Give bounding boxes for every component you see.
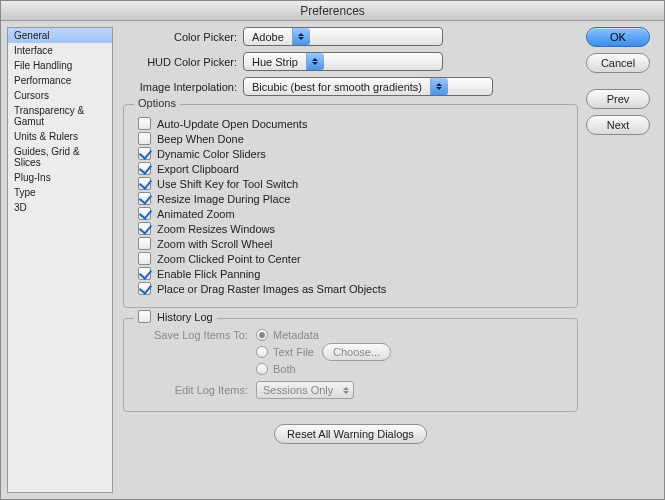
hud-picker-label: HUD Color Picker: bbox=[123, 56, 237, 68]
sidebar-item-plug-ins[interactable]: Plug-Ins bbox=[8, 170, 112, 185]
options-group: Options Auto-Update Open DocumentsBeep W… bbox=[123, 104, 578, 308]
edit-log-select[interactable]: Sessions Only bbox=[256, 381, 354, 399]
checkbox-label: Zoom Clicked Point to Center bbox=[157, 253, 301, 265]
history-log-legend: History Log bbox=[157, 311, 213, 323]
checkbox-animated-zoom[interactable] bbox=[138, 207, 151, 220]
hud-picker-value: Hue Strip bbox=[244, 56, 306, 68]
checkbox-label: Dynamic Color Sliders bbox=[157, 148, 266, 160]
interp-select[interactable]: Bicubic (best for smooth gradients) bbox=[243, 77, 493, 96]
dropdown-caret-icon bbox=[339, 387, 353, 394]
category-sidebar: GeneralInterfaceFile HandlingPerformance… bbox=[7, 27, 113, 493]
radio-both-label: Both bbox=[273, 363, 296, 375]
radio-both[interactable] bbox=[256, 363, 268, 375]
dropdown-caret-icon bbox=[292, 28, 310, 45]
ok-button[interactable]: OK bbox=[586, 27, 650, 47]
window-title: Preferences bbox=[1, 1, 664, 21]
checkbox-dynamic-color-sliders[interactable] bbox=[138, 147, 151, 160]
hud-picker-select[interactable]: Hue Strip bbox=[243, 52, 443, 71]
edit-log-value: Sessions Only bbox=[257, 384, 339, 396]
interp-label: Image Interpolation: bbox=[123, 81, 237, 93]
sidebar-item-guides-grid-slices[interactable]: Guides, Grid & Slices bbox=[8, 144, 112, 170]
sidebar-item-transparency-gamut[interactable]: Transparency & Gamut bbox=[8, 103, 112, 129]
sidebar-item-performance[interactable]: Performance bbox=[8, 73, 112, 88]
cancel-button[interactable]: Cancel bbox=[586, 53, 650, 73]
prev-button[interactable]: Prev bbox=[586, 89, 650, 109]
dropdown-caret-icon bbox=[306, 53, 324, 70]
color-picker-value: Adobe bbox=[244, 31, 292, 43]
history-log-group: History Log Save Log Items To: Metadata … bbox=[123, 318, 578, 412]
reset-warnings-button[interactable]: Reset All Warning Dialogs bbox=[274, 424, 427, 444]
checkbox-label: Enable Flick Panning bbox=[157, 268, 260, 280]
dialog-buttons: OK Cancel Prev Next bbox=[586, 21, 664, 499]
checkbox-use-shift-key-for-tool-switch[interactable] bbox=[138, 177, 151, 190]
sidebar-item-general[interactable]: General bbox=[8, 28, 112, 43]
checkbox-label: Export Clipboard bbox=[157, 163, 239, 175]
next-button[interactable]: Next bbox=[586, 115, 650, 135]
sidebar-item-cursors[interactable]: Cursors bbox=[8, 88, 112, 103]
checkbox-label: Zoom Resizes Windows bbox=[157, 223, 275, 235]
dropdown-caret-icon bbox=[430, 78, 448, 95]
checkbox-label: Use Shift Key for Tool Switch bbox=[157, 178, 298, 190]
save-log-label: Save Log Items To: bbox=[138, 329, 248, 341]
checkbox-zoom-clicked-point-to-center[interactable] bbox=[138, 252, 151, 265]
history-log-checkbox[interactable] bbox=[138, 310, 151, 323]
checkbox-beep-when-done[interactable] bbox=[138, 132, 151, 145]
edit-log-label: Edit Log Items: bbox=[138, 384, 248, 396]
checkbox-label: Beep When Done bbox=[157, 133, 244, 145]
radio-textfile-label: Text File bbox=[273, 346, 314, 358]
radio-metadata-label: Metadata bbox=[273, 329, 319, 341]
checkbox-label: Animated Zoom bbox=[157, 208, 235, 220]
choose-button[interactable]: Choose... bbox=[322, 343, 391, 361]
checkbox-label: Place or Drag Raster Images as Smart Obj… bbox=[157, 283, 386, 295]
sidebar-item-type[interactable]: Type bbox=[8, 185, 112, 200]
checkbox-zoom-resizes-windows[interactable] bbox=[138, 222, 151, 235]
checkbox-auto-update-open-documents[interactable] bbox=[138, 117, 151, 130]
interp-value: Bicubic (best for smooth gradients) bbox=[244, 81, 430, 93]
sidebar-item-interface[interactable]: Interface bbox=[8, 43, 112, 58]
radio-metadata[interactable] bbox=[256, 329, 268, 341]
sidebar-item-3d[interactable]: 3D bbox=[8, 200, 112, 215]
main-panel: Color Picker: Adobe HUD Color Picker: Hu… bbox=[113, 21, 586, 499]
color-picker-select[interactable]: Adobe bbox=[243, 27, 443, 46]
checkbox-export-clipboard[interactable] bbox=[138, 162, 151, 175]
sidebar-item-file-handling[interactable]: File Handling bbox=[8, 58, 112, 73]
radio-textfile[interactable] bbox=[256, 346, 268, 358]
checkbox-enable-flick-panning[interactable] bbox=[138, 267, 151, 280]
sidebar-item-units-rulers[interactable]: Units & Rulers bbox=[8, 129, 112, 144]
checkbox-place-or-drag-raster-images-as-smart-objects[interactable] bbox=[138, 282, 151, 295]
checkbox-label: Resize Image During Place bbox=[157, 193, 290, 205]
checkbox-label: Zoom with Scroll Wheel bbox=[157, 238, 273, 250]
checkbox-label: Auto-Update Open Documents bbox=[157, 118, 307, 130]
checkbox-resize-image-during-place[interactable] bbox=[138, 192, 151, 205]
options-legend: Options bbox=[134, 97, 180, 109]
preferences-window: Preferences GeneralInterfaceFile Handlin… bbox=[0, 0, 665, 500]
checkbox-zoom-with-scroll-wheel[interactable] bbox=[138, 237, 151, 250]
color-picker-label: Color Picker: bbox=[123, 31, 237, 43]
